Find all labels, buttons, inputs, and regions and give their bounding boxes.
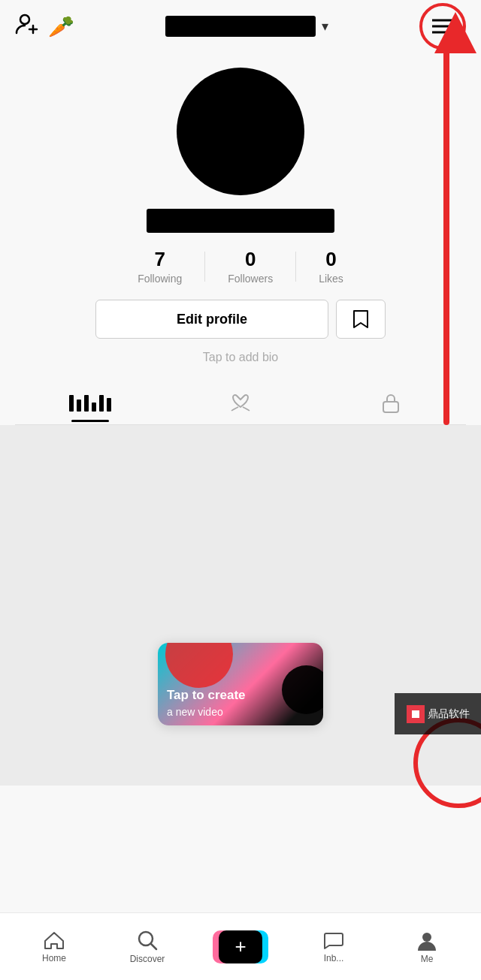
discover-label: Discover [130,954,165,964]
home-label: Home [42,953,66,963]
carrot-icon: 🥕 [48,14,74,39]
nav-discover[interactable]: Discover [121,930,174,964]
nav-home[interactable]: Home [28,930,80,963]
hamburger-icon [432,19,453,34]
nav-create[interactable]: + [214,930,267,963]
profile-section: 7 Following 0 Followers 0 Likes Edit pro… [0,53,481,425]
likes-label: Likes [319,273,343,285]
bottom-navigation: Home Discover + Inb... Me [0,912,481,980]
profile-label: Me [421,954,434,964]
inbox-label: Inb... [324,953,344,963]
create-video-card[interactable]: Tap to create a new video [158,643,323,725]
nav-profile[interactable]: Me [401,930,453,964]
following-count: 7 [154,248,165,271]
svg-rect-6 [383,402,398,412]
top-navigation: 🥕 ▾ [0,0,481,53]
home-icon [44,930,65,950]
nav-left: 🥕 [15,12,74,41]
stat-followers[interactable]: 0 Followers [205,248,295,285]
create-video-title: Tap to create [167,688,246,703]
tab-private[interactable] [316,382,466,424]
create-button[interactable]: + [219,930,262,963]
svg-point-9 [422,933,431,942]
plus-icon: + [234,935,246,958]
tab-videos-grid[interactable] [15,384,165,422]
username-bar[interactable]: ▾ [74,16,419,37]
following-label: Following [138,273,182,285]
edit-profile-button[interactable]: Edit profile [95,300,328,339]
add-user-icon[interactable] [15,12,39,41]
svg-point-0 [20,15,29,24]
watermark-text: 鼎品软件 [428,707,470,721]
nav-inbox[interactable]: Inb... [307,930,360,963]
content-area: Tap to create a new video 鼎品软件 [0,425,481,786]
profile-buttons: Edit profile [15,300,466,339]
tab-liked-videos[interactable] [165,383,316,424]
followers-count: 0 [245,248,256,271]
watermark: 鼎品软件 [395,693,481,734]
create-video-subtitle: a new video [167,706,223,718]
inbox-icon [323,930,344,950]
username-display [147,209,334,233]
likes-count: 0 [325,248,336,271]
username-redacted [165,16,316,37]
menu-button[interactable] [419,3,466,50]
stat-following[interactable]: 7 Following [115,248,204,285]
grid-icon [69,395,111,412]
tabs-row [15,382,466,425]
lock-icon [382,393,400,414]
profile-icon [417,930,437,951]
followers-label: Followers [228,273,273,285]
liked-icon [229,394,252,413]
bookmark-button[interactable] [336,300,386,339]
bio-placeholder[interactable]: Tap to add bio [203,351,279,364]
stats-row: 7 Following 0 Followers 0 Likes [15,248,466,285]
discover-icon [137,930,158,951]
stat-likes[interactable]: 0 Likes [296,248,366,285]
chevron-down-icon[interactable]: ▾ [322,18,328,35]
svg-line-8 [151,944,156,949]
bookmark-icon [352,309,369,329]
avatar [177,68,304,195]
